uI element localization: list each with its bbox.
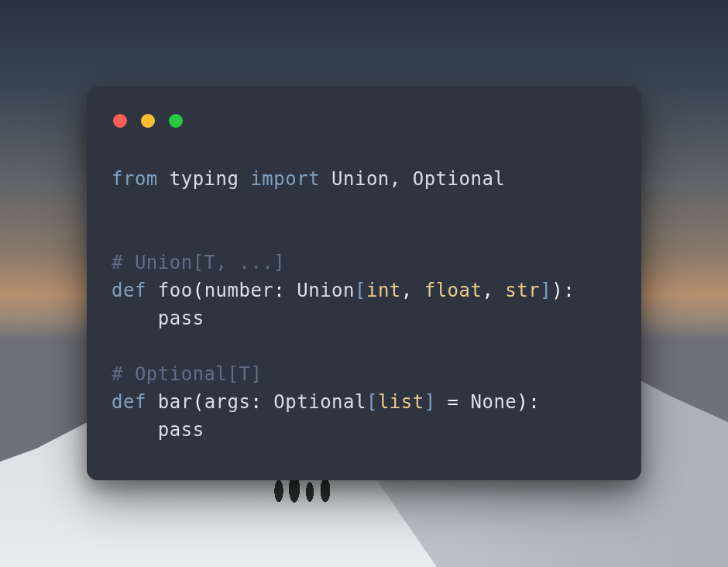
comma: , xyxy=(401,280,413,301)
minimize-icon[interactable] xyxy=(141,114,155,128)
colon: : xyxy=(563,280,575,301)
code-window: from typing import Union, Optional # Uni… xyxy=(87,87,641,480)
equals-default: = xyxy=(436,391,471,413)
type-str: str xyxy=(505,280,540,301)
comma: , xyxy=(482,280,493,301)
paren-open: ( xyxy=(193,391,204,413)
close-icon[interactable] xyxy=(113,114,127,128)
keyword-pass: pass xyxy=(112,419,204,441)
default-none: None xyxy=(470,391,517,413)
import-names: Union, Optional xyxy=(331,168,505,190)
colon: : xyxy=(273,280,285,301)
bracket-open: [ xyxy=(366,391,378,413)
zoom-icon[interactable] xyxy=(169,114,183,128)
function-name-foo: foo xyxy=(158,280,193,301)
keyword-pass: pass xyxy=(112,308,204,329)
keyword-from: from xyxy=(112,168,158,190)
paren-close: ) xyxy=(551,280,563,301)
colon: : xyxy=(528,391,540,413)
annotation-optional: Optional xyxy=(273,391,366,413)
bracket-close: ] xyxy=(540,280,551,301)
type-int: int xyxy=(366,280,401,301)
module-name: typing xyxy=(170,168,239,190)
colon: : xyxy=(250,391,262,413)
comment-union: # Union[T, ...] xyxy=(112,252,285,273)
type-list: list xyxy=(378,391,424,413)
bracket-open: [ xyxy=(355,280,366,301)
paren-close: ) xyxy=(517,391,528,413)
keyword-def: def xyxy=(112,280,146,301)
param-args: args xyxy=(204,391,251,413)
bracket-close: ] xyxy=(424,391,436,413)
keyword-def: def xyxy=(112,391,146,413)
paren-open: ( xyxy=(193,280,204,301)
comment-optional: # Optional[T] xyxy=(112,363,262,385)
param-number: number xyxy=(204,280,274,301)
annotation-union: Union xyxy=(297,280,355,301)
code-content: from typing import Union, Optional # Uni… xyxy=(112,165,616,444)
function-name-bar: bar xyxy=(158,391,193,413)
type-float: float xyxy=(424,280,482,301)
keyword-import: import xyxy=(250,168,320,190)
traffic-lights xyxy=(112,112,616,128)
